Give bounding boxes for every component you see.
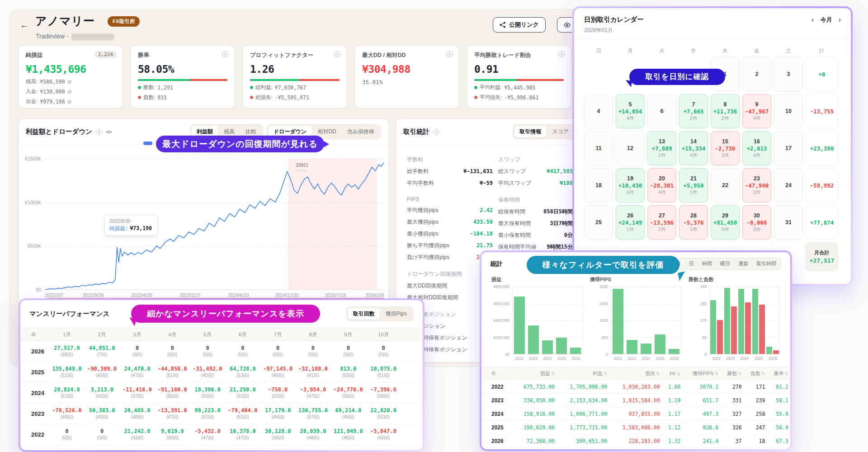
chevron-right-icon[interactable]: › xyxy=(839,16,841,24)
stats-column-header[interactable]: 勝率⇅ xyxy=(767,367,790,380)
back-icon[interactable]: ← xyxy=(20,20,29,30)
calendar-day-cell[interactable]: 22 xyxy=(711,168,740,202)
monthly-column-header[interactable]: 8月 xyxy=(296,331,331,338)
embed-code-icon[interactable]: <> xyxy=(106,129,111,135)
calendar-day-cell[interactable]: 6 xyxy=(647,94,676,128)
stats-cell: 171 xyxy=(744,380,767,394)
tab-trade-stats-0[interactable]: 取引情報 xyxy=(514,126,546,137)
calendar-day-cell[interactable]: 26+24,1491件 xyxy=(616,205,645,240)
bar-chart-plot[interactable] xyxy=(512,287,583,354)
monthly-month-cell: 10,875.0(51回) xyxy=(366,366,401,379)
bar-chart-plot[interactable] xyxy=(709,287,780,354)
monthly-column-header[interactable]: 9月 xyxy=(330,331,366,338)
calendar-day-cell[interactable]: 2 xyxy=(742,57,771,91)
calendar-nav-label[interactable]: 今月 xyxy=(821,16,832,24)
tab-drawdown-2[interactable]: 含み損推移 xyxy=(342,126,379,137)
monthly-column-header[interactable]: 3月 xyxy=(120,331,155,338)
calendar-day-cell[interactable]: 29+81,4506件 xyxy=(711,205,740,240)
monthly-month-cell: 28,824.0(51回) xyxy=(49,386,85,400)
info-icon[interactable]: i xyxy=(334,51,340,57)
calendar-day-cell[interactable]: 13+7,6892件 xyxy=(647,131,676,165)
public-link-button[interactable]: 公開リンク xyxy=(493,17,546,33)
monthly-month-cell: 0(0回) xyxy=(155,345,190,358)
filter-tab-2[interactable]: 日 xyxy=(685,259,698,268)
info-icon[interactable]: i xyxy=(433,129,439,135)
calendar-day-cell[interactable]: 11 xyxy=(584,131,613,165)
stats-column-header[interactable]: 損失⇅ xyxy=(609,367,661,380)
eye-off-icon[interactable]: ⊘ xyxy=(67,99,72,105)
stats-cell: 58.1 xyxy=(767,394,790,407)
calendar-day-cell[interactable]: 20-28,3014件 xyxy=(647,168,676,202)
stats-column-header[interactable]: 年↑ xyxy=(481,367,512,380)
calendar-day-cell[interactable]: 31 xyxy=(774,205,803,240)
monthly-column-header[interactable]: 6月 xyxy=(225,331,260,338)
monthly-column-header[interactable]: 1月 xyxy=(49,331,85,338)
calendar-day-cell[interactable]: 24 xyxy=(774,168,803,202)
sort-icon: ⇅ xyxy=(761,371,765,376)
monthly-month-cell: 0(0回) xyxy=(190,345,225,358)
stats-column-header[interactable]: 獲得PIPS⇅ xyxy=(682,367,720,380)
eye-off-icon[interactable]: ⊘ xyxy=(67,79,72,85)
calendar-day-cell[interactable]: 23-47,9402件 xyxy=(742,168,771,202)
tab-monthly-1[interactable]: 獲得Pips xyxy=(381,308,412,320)
monthly-month-cell: 30,128.0(38回) xyxy=(260,428,296,441)
stats-column-header[interactable]: 利益⇅ xyxy=(557,367,609,380)
info-icon[interactable]: i xyxy=(96,129,102,135)
info-icon[interactable]: i xyxy=(222,51,228,57)
calendar-day-cell[interactable]: 19+10,4303件 xyxy=(616,168,645,202)
x-tick-label: 2023/4/20 xyxy=(131,292,152,298)
calendar-day-cell[interactable]: 10 xyxy=(774,94,803,128)
stats-cell: 1,773,715.00 xyxy=(557,421,609,434)
bar-chart-plot[interactable] xyxy=(611,287,681,354)
filter-tab-6[interactable]: 取引時間 xyxy=(753,259,780,268)
calendar-day-cell[interactable]: 16+2,0134件 xyxy=(742,131,771,165)
calendar-day-cell[interactable]: 21+5,9501件 xyxy=(679,168,708,202)
calendar-day-cell[interactable]: 18 xyxy=(584,168,613,202)
stats-column-header[interactable]: 負数⇅ xyxy=(744,367,767,380)
info-icon[interactable]: i xyxy=(446,51,453,57)
calendar-day-cell[interactable]: 7+7,6652件 xyxy=(679,94,708,128)
calendar-day-cell[interactable]: 5+14,0544件 xyxy=(616,94,645,128)
eye-off-icon[interactable]: ⊘ xyxy=(67,89,72,95)
bar-chart-title: 獲得PIPS xyxy=(590,276,681,283)
value-bar xyxy=(655,334,665,354)
calendar-day-cell[interactable]: 4 xyxy=(584,94,613,128)
monthly-column-header[interactable]: 10月 xyxy=(366,331,401,338)
calendar-day-cell[interactable]: 30-8,0083件 xyxy=(742,205,771,240)
equity-line-chart[interactable]: ¥1500K¥1000K¥500K¥0339日 xyxy=(45,159,384,290)
chevron-left-icon[interactable]: ‹ xyxy=(811,16,814,24)
day-number: 6 xyxy=(660,108,664,114)
filter-tab-4[interactable]: 曜日 xyxy=(717,259,734,268)
calendar-day-cell[interactable]: 25 xyxy=(584,205,613,240)
day-pl-value: -47,967 xyxy=(745,108,769,115)
monthly-value: 50,383.0 xyxy=(85,407,120,414)
calendar-day-cell[interactable]: 27-13,5962件 xyxy=(647,205,676,240)
monthly-column-header[interactable]: 年 xyxy=(20,331,49,338)
info-icon[interactable]: i xyxy=(558,51,565,57)
tab-monthly-0[interactable]: 取引回数 xyxy=(348,308,380,320)
x-tick-label: 2022 xyxy=(709,354,723,361)
calendar-day-cell[interactable]: 14+15,3344件 xyxy=(679,131,708,165)
calendar-day-cell[interactable]: 15-2,7303件 xyxy=(711,131,740,165)
stat-row-label: 最小保有時間 xyxy=(498,231,531,239)
filter-tab-3[interactable]: 時間 xyxy=(698,259,716,268)
monthly-column-header[interactable]: 4月 xyxy=(155,331,190,338)
calendar-day-cell[interactable]: 28-5,3761件 xyxy=(679,205,708,240)
calendar-day-cell[interactable]: 9-47,9674件 xyxy=(742,94,771,128)
day-number: 18 xyxy=(595,182,602,188)
monthly-trade-count: (0回) xyxy=(296,352,331,358)
stats-column-header[interactable]: 損益⇅ xyxy=(512,367,557,380)
calendar-day-cell[interactable]: 8+11,7362件 xyxy=(711,94,740,128)
tab-trade-stats-1[interactable]: スコア xyxy=(547,126,574,137)
stats-column-header[interactable]: PF⇅ xyxy=(662,367,683,380)
calendar-day-cell[interactable]: 12 xyxy=(616,131,645,165)
calendar-day-cell[interactable]: 17 xyxy=(774,131,803,165)
monthly-column-header[interactable]: 5月 xyxy=(190,331,225,338)
stats-column-header[interactable]: 勝数⇅ xyxy=(720,367,744,380)
monthly-column-header[interactable]: 2月 xyxy=(85,331,120,338)
filter-tab-5[interactable]: 通貨 xyxy=(735,259,752,268)
day-number: 24 xyxy=(785,182,792,188)
monthly-column-header[interactable]: 7月 xyxy=(260,331,296,338)
calendar-weekday-row: 日月火水木金土計 xyxy=(574,39,851,55)
calendar-day-cell[interactable]: 3 xyxy=(774,57,803,91)
